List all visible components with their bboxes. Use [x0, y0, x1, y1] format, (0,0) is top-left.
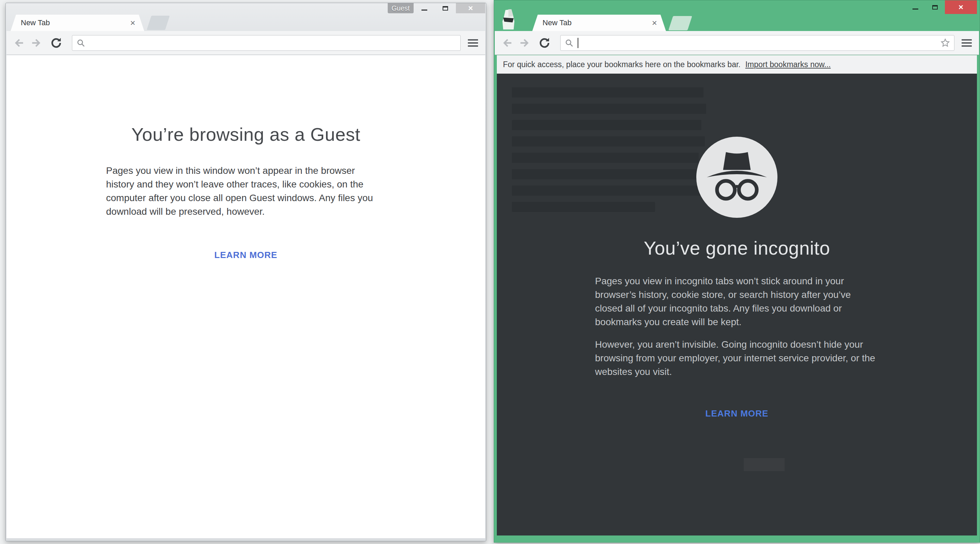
bookmarks-bar-message: For quick access, place your bookmarks h…	[503, 60, 741, 69]
text-cursor	[578, 38, 578, 48]
tab-new-tab[interactable]: New Tab ×	[532, 15, 666, 31]
ghost-block	[744, 458, 784, 471]
maximize-icon	[932, 5, 938, 10]
forward-button[interactable]	[28, 35, 44, 51]
bookmark-star-icon[interactable]	[940, 38, 951, 48]
back-button[interactable]	[11, 35, 27, 51]
incognito-page-body-1: Pages you view in incognito tabs won’t s…	[595, 274, 879, 329]
menu-button[interactable]	[959, 35, 974, 51]
back-arrow-icon	[501, 36, 514, 50]
incognito-learn-more-link[interactable]: LEARN MORE	[705, 408, 768, 419]
close-button[interactable]: ×	[456, 3, 485, 13]
bookmarks-bar: For quick access, place your bookmarks h…	[497, 55, 977, 74]
profile-badge[interactable]: Guest	[388, 3, 414, 13]
incognito-icon	[696, 137, 778, 218]
back-button[interactable]	[500, 35, 515, 51]
address-bar[interactable]	[560, 35, 955, 51]
tab-strip: New Tab ×	[6, 15, 486, 31]
maximize-icon	[442, 6, 448, 11]
incognito-page-title: You’ve gone incognito	[497, 237, 977, 259]
close-icon: ×	[468, 4, 473, 12]
new-tab-button[interactable]	[146, 16, 170, 30]
close-icon: ×	[959, 3, 963, 11]
forward-arrow-icon	[29, 36, 43, 50]
refresh-icon	[538, 36, 551, 50]
new-tab-button[interactable]	[668, 16, 692, 30]
incognito-browser-window: × New Tab ×	[494, 0, 980, 542]
desktop: Guest × New Tab ×	[0, 0, 980, 544]
minimize-icon	[422, 10, 427, 11]
forward-button[interactable]	[517, 35, 532, 51]
menu-icon	[962, 39, 972, 41]
minimize-icon	[913, 8, 918, 10]
back-arrow-icon	[12, 36, 26, 50]
forward-arrow-icon	[518, 36, 531, 50]
tab-title: New Tab	[11, 18, 130, 27]
toolbar	[6, 31, 485, 55]
tab-new-tab[interactable]: New Tab ×	[11, 15, 144, 31]
minimize-button[interactable]	[905, 0, 925, 14]
refresh-button[interactable]	[536, 35, 552, 51]
guest-page-body: Pages you view in this window won’t appe…	[106, 164, 386, 219]
search-icon	[564, 38, 574, 48]
maximize-button[interactable]	[435, 3, 456, 13]
close-button[interactable]: ×	[945, 0, 977, 14]
toolbar	[495, 31, 979, 55]
incognito-hat-glasses-icon	[696, 137, 778, 218]
guest-browser-window: Guest × New Tab ×	[5, 3, 486, 541]
tab-strip: New Tab ×	[494, 15, 980, 31]
tab-close-icon[interactable]: ×	[652, 18, 666, 27]
search-icon	[76, 38, 86, 48]
maximize-button[interactable]	[925, 0, 945, 14]
minimize-button[interactable]	[414, 3, 435, 13]
menu-icon	[468, 39, 478, 41]
guest-page-title: You’re browsing as a Guest	[6, 124, 485, 145]
address-bar[interactable]	[72, 35, 461, 51]
menu-button[interactable]	[465, 35, 480, 51]
incognito-page-body-2: However, you aren’t invisible. Going inc…	[595, 338, 879, 379]
guest-page: You’re browsing as a Guest Pages you vie…	[6, 55, 485, 538]
refresh-button[interactable]	[48, 35, 64, 51]
tab-close-icon[interactable]: ×	[130, 18, 144, 27]
guest-learn-more-link[interactable]: LEARN MORE	[215, 250, 278, 260]
window-controls: ×	[414, 3, 485, 13]
import-bookmarks-link[interactable]: Import bookmarks now...	[745, 60, 831, 69]
tab-title: New Tab	[532, 18, 652, 27]
refresh-icon	[49, 36, 63, 50]
window-controls: ×	[905, 0, 977, 14]
ghost-rows	[512, 87, 706, 218]
incognito-page: You’ve gone incognito Pages you view in …	[497, 74, 977, 536]
